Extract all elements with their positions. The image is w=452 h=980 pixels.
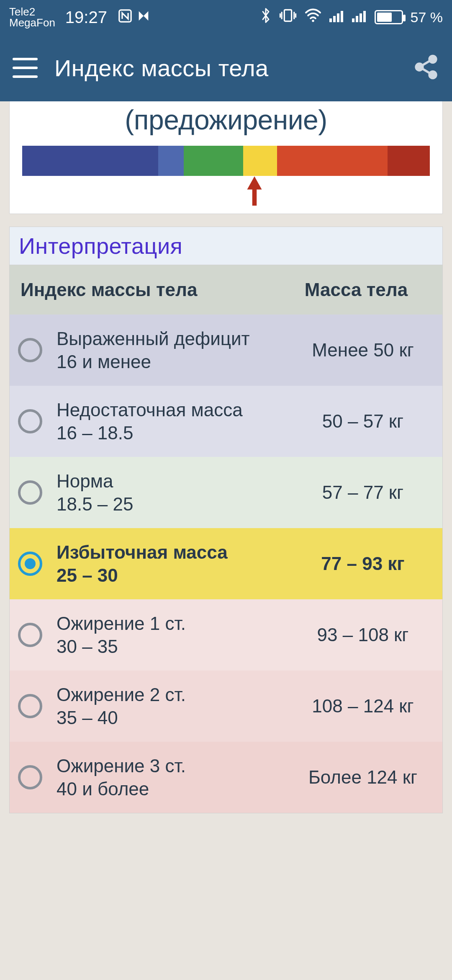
row-range: 40 и более: [56, 777, 292, 800]
page-title: Индекс массы тела: [54, 54, 396, 82]
scale-segment: [243, 146, 277, 176]
row-radio[interactable]: [18, 552, 42, 576]
row-range: 35 – 40: [56, 706, 292, 729]
row-label: Выраженный дефицит: [56, 327, 292, 350]
battery-icon: [375, 10, 403, 24]
row-radio[interactable]: [18, 409, 42, 433]
row-mass: 57 – 77 кг: [292, 482, 434, 503]
row-range: 30 – 35: [56, 635, 292, 658]
row-range: 25 – 30: [56, 564, 292, 587]
interpretation-table: Индекс массы тела Масса тела Выраженный …: [9, 265, 443, 813]
table-row[interactable]: Ожирение 1 ст.30 – 3593 – 108 кг: [10, 599, 442, 671]
table-row[interactable]: Ожирение 2 ст.35 – 40108 – 124 кг: [10, 671, 442, 742]
scale-segment: [158, 146, 184, 176]
row-label: Норма: [56, 469, 292, 493]
svg-rect-4: [333, 16, 336, 22]
bluetooth-icon: [260, 7, 272, 27]
row-range: 16 и менее: [56, 350, 292, 373]
signal-1-icon: [329, 9, 344, 26]
status-misc-icon: [136, 9, 151, 26]
battery-text: 57 %: [411, 9, 443, 26]
table-row[interactable]: Норма18.5 – 2557 – 77 кг: [10, 457, 442, 528]
row-label: Ожирение 2 ст.: [56, 683, 292, 706]
scale-segment: [388, 146, 430, 176]
svg-rect-3: [329, 18, 332, 22]
scale-segment: [184, 146, 243, 176]
wifi-icon: [304, 8, 322, 26]
table-row[interactable]: Ожирение 3 ст.40 и болееБолее 124 кг: [10, 742, 442, 813]
table-row[interactable]: Недостаточная масса16 – 18.550 – 57 кг: [10, 386, 442, 457]
scale-segment: [277, 146, 388, 176]
row-label-block: Избыточная масса25 – 30: [56, 541, 292, 587]
row-label: Ожирение 3 ст.: [56, 754, 292, 777]
row-label: Недостаточная масса: [56, 398, 292, 421]
svg-rect-6: [341, 11, 343, 22]
table-row[interactable]: Избыточная масса25 – 3077 – 93 кг: [10, 528, 442, 599]
status-bar: Tele2 MegaFon 19:27 57 %: [0, 0, 452, 34]
column-bmi: Индекс массы тела: [21, 279, 281, 300]
row-label-block: Ожирение 2 ст.35 – 40: [56, 683, 292, 729]
row-label: Избыточная масса: [56, 541, 292, 564]
column-mass: Масса тела: [281, 279, 431, 300]
row-mass: 93 – 108 кг: [292, 624, 434, 645]
svg-line-14: [422, 61, 430, 65]
svg-rect-5: [337, 13, 339, 22]
row-range: 18.5 – 25: [56, 493, 292, 516]
share-button[interactable]: [413, 54, 439, 82]
result-label: (предожирение): [10, 101, 442, 146]
row-radio[interactable]: [18, 623, 42, 647]
row-radio[interactable]: [18, 765, 42, 789]
vibrate-icon: [279, 8, 297, 27]
row-mass: Более 124 кг: [292, 767, 434, 788]
nfc-icon: [118, 9, 132, 26]
app-bar: Индекс массы тела: [0, 34, 452, 101]
menu-button[interactable]: [13, 58, 38, 78]
row-label-block: Норма18.5 – 25: [56, 469, 292, 516]
row-label: Ожирение 1 ст.: [56, 612, 292, 635]
carrier-2: MegaFon: [9, 17, 55, 28]
svg-rect-10: [363, 11, 366, 22]
carrier-1: Tele2: [9, 6, 55, 17]
svg-rect-1: [284, 10, 291, 21]
row-range: 16 – 18.5: [56, 421, 292, 444]
svg-rect-8: [356, 16, 358, 22]
row-mass: 50 – 57 кг: [292, 411, 434, 432]
scale-segment: [22, 146, 158, 176]
row-label-block: Ожирение 1 ст.30 – 35: [56, 612, 292, 658]
signal-2-icon: [352, 9, 367, 26]
svg-rect-9: [360, 13, 362, 22]
interpretation-header: Интерпретация: [9, 227, 443, 265]
row-mass: 77 – 93 кг: [292, 553, 434, 574]
row-label-block: Ожирение 3 ст.40 и более: [56, 754, 292, 800]
table-header: Индекс массы тела Масса тела: [10, 265, 442, 315]
svg-point-2: [312, 20, 314, 22]
bmi-pointer-icon: [246, 176, 263, 208]
row-radio[interactable]: [18, 694, 42, 718]
svg-rect-7: [352, 18, 354, 22]
svg-line-15: [422, 69, 430, 73]
row-mass: Менее 50 кг: [292, 340, 434, 361]
table-row[interactable]: Выраженный дефицит16 и менееМенее 50 кг: [10, 315, 442, 386]
bmi-scale: [22, 146, 430, 176]
row-label-block: Выраженный дефицит16 и менее: [56, 327, 292, 373]
row-label-block: Недостаточная масса16 – 18.5: [56, 398, 292, 444]
row-mass: 108 – 124 кг: [292, 696, 434, 717]
status-time: 19:27: [65, 8, 107, 27]
row-radio[interactable]: [18, 480, 42, 505]
result-card: (предожирение): [9, 101, 443, 214]
row-radio[interactable]: [18, 338, 42, 362]
